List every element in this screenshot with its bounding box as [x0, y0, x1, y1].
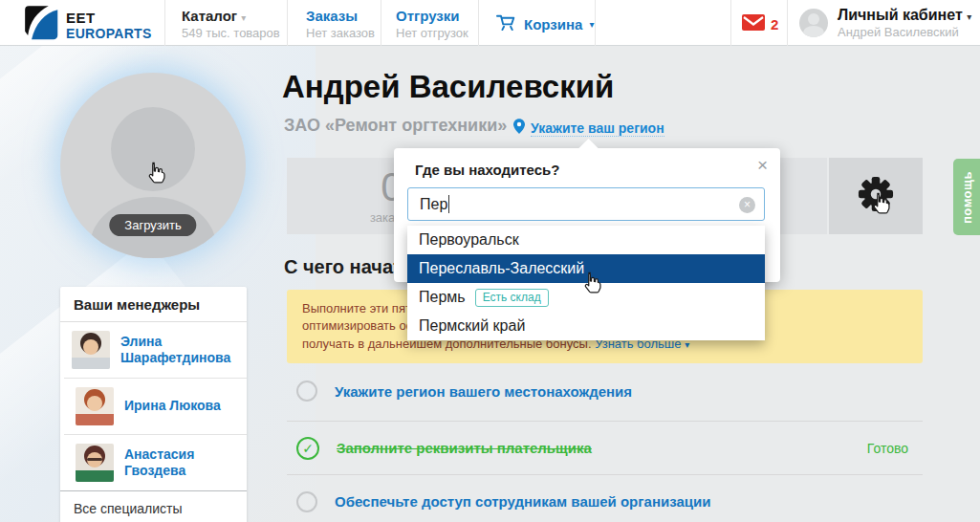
- unchecked-circle-icon: [296, 381, 317, 402]
- chevron-down-icon: ▾: [241, 12, 246, 23]
- top-navigation-bar: EET EUROPARTS Каталог ▾ 549 тыс. товаров…: [0, 0, 980, 46]
- text-caret: [448, 195, 449, 213]
- nav-shipments-label: Отгрузки: [396, 8, 468, 24]
- account-menu[interactable]: Личный кабинет ▾ Андрей Василевский: [838, 7, 971, 39]
- checklist-item-status: Готово: [867, 441, 908, 456]
- account-menu-label: Личный кабинет: [838, 7, 963, 23]
- check-icon: ✓: [302, 441, 314, 456]
- region-option-label: Переславль-Залесский: [419, 260, 584, 277]
- nav-catalog-sub: 549 тыс. товаров: [182, 26, 280, 40]
- brand-line2: EUROPARTS: [66, 26, 152, 41]
- checklist-item-label[interactable]: Заполните реквизиты плательщика: [337, 440, 592, 456]
- cart-label: Корзина: [524, 16, 582, 33]
- region-option-label: Пермь: [419, 289, 466, 306]
- warehouse-badge: Есть склад: [475, 289, 549, 307]
- cart-icon: [495, 12, 517, 35]
- chevron-down-icon: ▾: [967, 11, 971, 22]
- nav-shipments-sub: Нет отгрузок: [396, 26, 468, 40]
- header-divider: [287, 0, 288, 46]
- header-divider: [730, 0, 731, 46]
- set-region-link[interactable]: Укажите ваш регион: [531, 120, 664, 137]
- settings-button[interactable]: [829, 158, 923, 234]
- chevron-down-icon: ▾: [589, 19, 594, 30]
- all-specialists-link[interactable]: Все специалисты: [60, 490, 247, 522]
- region-option-label: Пермский край: [419, 317, 525, 335]
- header-divider: [595, 0, 596, 46]
- manager-photo: [76, 444, 114, 482]
- manager-item[interactable]: Анастасия Гвоздева: [64, 434, 247, 490]
- region-option[interactable]: Пермь Есть склад: [407, 283, 765, 312]
- nav-orders-label: Заказы: [306, 8, 375, 24]
- header-divider: [381, 0, 381, 46]
- manager-photo: [72, 331, 110, 369]
- nav-catalog[interactable]: Каталог ▾ 549 тыс. товаров: [182, 8, 280, 40]
- page-title: Андрей Василевский: [282, 69, 614, 105]
- close-icon[interactable]: ×: [757, 156, 768, 174]
- manager-name[interactable]: Ирина Люкова: [124, 398, 237, 415]
- region-option-selected[interactable]: Переславль-Залесский: [407, 254, 765, 283]
- page: EET EUROPARTS Каталог ▾ 549 тыс. товаров…: [0, 0, 980, 522]
- header-divider: [478, 0, 479, 46]
- header-divider: [164, 0, 165, 46]
- cart-button[interactable]: Корзина ▾: [495, 12, 594, 35]
- region-suggestions-dropdown: Первоуральск Переславль-Залесский Пермь …: [407, 226, 765, 340]
- managers-panel: Ваши менеджеры Элина Шарафетдинова Ирина…: [60, 287, 247, 522]
- region-search-value: Пер: [420, 196, 447, 213]
- nav-orders[interactable]: Заказы Нет заказов: [306, 8, 375, 40]
- location-pin-icon: [513, 119, 525, 138]
- manager-item[interactable]: Ирина Люкова: [64, 378, 247, 434]
- checklist-item-access[interactable]: Обеспечьте доступ сотрудникам вашей орга…: [287, 474, 923, 522]
- brand-logo-icon: [23, 5, 59, 45]
- clear-input-icon[interactable]: ×: [739, 197, 755, 213]
- region-row: Укажите ваш регион: [513, 119, 664, 138]
- manager-name[interactable]: Анастасия Гвоздева: [124, 446, 237, 480]
- manager-name[interactable]: Элина Шарафетдинова: [120, 334, 233, 367]
- checklist-item-label[interactable]: Укажите регион вашего местонахождения: [335, 383, 632, 400]
- brand-line1: EET: [66, 10, 152, 26]
- upload-photo-button[interactable]: Загрузить: [109, 214, 196, 236]
- region-option[interactable]: Первоуральск: [407, 226, 765, 254]
- brand-logo[interactable]: EET EUROPARTS: [23, 5, 152, 45]
- manager-item[interactable]: Элина Шарафетдинова: [60, 322, 247, 378]
- region-option-label: Первоуральск: [419, 231, 519, 249]
- unread-count-badge: 2: [771, 16, 778, 33]
- checklist-item-payer[interactable]: ✓ Заполните реквизиты плательщика Готово: [287, 421, 923, 474]
- messages-button[interactable]: 2: [742, 14, 778, 34]
- help-tab-label: помощь: [960, 171, 974, 224]
- checked-circle-icon: ✓: [296, 437, 319, 460]
- help-tab[interactable]: помощь: [953, 159, 980, 235]
- unchecked-circle-icon: [296, 491, 317, 512]
- region-option[interactable]: Пермский край: [407, 312, 765, 340]
- region-search-input[interactable]: Пер ×: [407, 187, 765, 221]
- modal-caret: [578, 139, 599, 159]
- nav-shipments[interactable]: Отгрузки Нет отгрузок: [396, 8, 468, 40]
- nav-catalog-label: Каталог: [182, 8, 237, 24]
- checklist-item-label[interactable]: Обеспечьте доступ сотрудникам вашей орга…: [335, 493, 710, 510]
- mail-icon: [742, 14, 765, 34]
- checklist-item-region[interactable]: Укажите регион вашего местонахождения: [287, 361, 923, 421]
- header-divider: [787, 0, 788, 46]
- onboarding-checklist: Укажите регион вашего местонахождения ✓ …: [287, 361, 923, 522]
- company-name: ЗАО «Ремонт оргтехники»: [284, 116, 507, 136]
- gear-icon: [858, 176, 894, 216]
- account-avatar[interactable]: [799, 9, 828, 37]
- chevron-down-icon: ▾: [685, 339, 689, 350]
- brand-logo-text: EET EUROPARTS: [66, 10, 152, 41]
- modal-title: Где вы находитесь?: [415, 162, 559, 178]
- nav-orders-sub: Нет заказов: [306, 26, 375, 40]
- account-user-name: Андрей Василевский: [838, 25, 971, 39]
- manager-photo: [76, 387, 114, 425]
- managers-panel-title: Ваши менеджеры: [60, 287, 247, 322]
